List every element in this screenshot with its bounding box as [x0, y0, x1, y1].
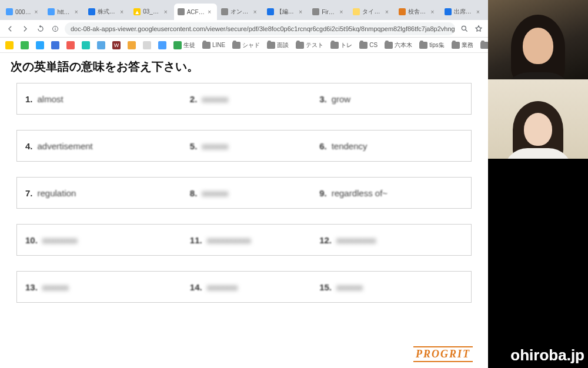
browser-tab[interactable]: 000229× — [2, 4, 44, 20]
bookmark-item[interactable]: テスト — [294, 40, 325, 51]
word-cell: 6.tendency — [319, 141, 477, 151]
bookmark-label: 業務 — [462, 41, 473, 49]
browser-tab[interactable]: ACFrOg× — [174, 4, 217, 20]
folder-icon — [202, 42, 211, 49]
participant-video-2[interactable] — [488, 79, 588, 159]
forward-button[interactable] — [20, 24, 31, 34]
bookmark-item[interactable]: シャド — [230, 40, 262, 51]
item-word: regulation — [38, 188, 76, 198]
close-icon[interactable]: × — [476, 9, 482, 15]
video-panel — [488, 0, 588, 159]
bookmark-item[interactable] — [141, 40, 153, 51]
close-icon[interactable]: × — [385, 9, 391, 15]
item-number: 3. — [319, 94, 327, 104]
bookmark-item[interactable]: W — [111, 40, 122, 51]
bookmark-item[interactable] — [65, 40, 76, 51]
star-icon[interactable] — [474, 24, 483, 34]
browser-tab[interactable]: FirstAs× — [309, 4, 349, 20]
browser-tab[interactable]: 校舎一覧× — [395, 4, 440, 20]
word-row: 13.xxxxxx14.xxxxxxx15.xxxxxx — [16, 271, 472, 303]
tab-favicon — [312, 8, 319, 15]
word-cell: 7.regulation — [25, 188, 183, 198]
url-field[interactable]: doc-08-ak-apps-viewer.googleusercontent.… — [65, 22, 455, 35]
item-word: xxxxxx — [202, 188, 228, 198]
tab-label: 03_オン — [143, 8, 161, 16]
tab-label: ACFrOg — [187, 9, 205, 15]
participant-video-1[interactable] — [488, 0, 588, 79]
item-word: xxxxxx — [336, 282, 363, 292]
close-icon[interactable]: × — [75, 9, 81, 15]
item-number: 2. — [190, 94, 198, 104]
item-number: 5. — [190, 141, 198, 151]
item-word: xxxxxx — [202, 141, 228, 151]
browser-chrome: 000229×https://×株式会社×▲03_オン×ACFrOg×オンライ×… — [0, 0, 488, 53]
tab-label: 000229 — [15, 9, 32, 15]
close-icon[interactable]: × — [431, 9, 437, 15]
close-icon[interactable]: × — [164, 9, 170, 15]
close-icon[interactable]: × — [120, 9, 126, 15]
bookmark-item[interactable]: 六本木 — [383, 40, 414, 51]
doc-title: 次の英単語の意味をお答え下さい。 — [11, 59, 488, 75]
tab-favicon — [221, 8, 228, 15]
bookmark-item[interactable]: tips集 — [417, 40, 446, 51]
item-number: 13. — [25, 282, 38, 292]
bookmark-label: トレ — [340, 41, 352, 49]
close-icon[interactable]: × — [34, 9, 40, 15]
browser-tab[interactable]: https://× — [44, 4, 83, 20]
word-cell: 9.regardless of~ — [319, 188, 477, 198]
bookmark-item[interactable] — [19, 40, 31, 51]
browser-tab[interactable]: 出席済み× — [441, 4, 486, 20]
bookmark-item[interactable]: LINE — [201, 41, 227, 50]
svg-point-3 — [462, 26, 466, 30]
folder-icon — [385, 42, 393, 49]
bookmark-item[interactable]: 生徒 — [172, 40, 197, 51]
tab-label: 【編集用 — [276, 8, 297, 16]
watermark: ohiroba.jp — [510, 346, 584, 364]
browser-tab[interactable]: タイマー× — [349, 4, 395, 20]
word-row: 7.regulation8.xxxxxx9.regardless of~ — [16, 177, 472, 209]
bookmark-label: 生徒 — [183, 41, 195, 49]
item-word: xxxxxxxx — [42, 235, 78, 245]
bookmark-item[interactable] — [4, 40, 15, 51]
tab-label: 株式会社 — [98, 8, 118, 16]
bookmark-item[interactable] — [34, 40, 46, 51]
browser-tab[interactable]: 株式会社× — [85, 4, 130, 20]
item-word: xxxxxx — [42, 282, 69, 292]
word-cell: 5.xxxxxx — [190, 141, 312, 151]
site-info-icon[interactable] — [51, 24, 60, 34]
close-icon[interactable]: × — [299, 9, 305, 15]
folder-icon — [330, 42, 339, 49]
close-icon[interactable]: × — [208, 9, 213, 15]
item-word: xxxxxxxxxx — [207, 235, 251, 245]
bookmark-item[interactable] — [95, 40, 107, 51]
zoom-icon[interactable] — [460, 24, 469, 34]
browser-tab[interactable]: ▲03_オン× — [130, 4, 173, 20]
bookmark-item[interactable]: 業務 — [450, 40, 475, 51]
back-button[interactable] — [5, 24, 15, 34]
reload-button[interactable] — [35, 24, 46, 34]
item-number: 1. — [25, 94, 33, 104]
bookmark-item[interactable]: 面談 — [265, 40, 290, 51]
word-row: 1.almost2.xxxxxx3.grow — [16, 83, 472, 115]
item-word: tendency — [332, 141, 368, 151]
close-icon[interactable]: × — [253, 9, 259, 15]
word-cell: 2.xxxxxx — [190, 94, 312, 104]
word-cell: 15.xxxxxx — [319, 282, 477, 292]
close-icon[interactable]: × — [339, 9, 345, 15]
bookmark-item[interactable]: CS — [358, 41, 379, 50]
item-number: 14. — [190, 282, 202, 292]
bookmark-item[interactable] — [80, 40, 92, 51]
bookmark-item[interactable] — [156, 40, 168, 51]
bookmark-item[interactable]: 新宿 — [479, 40, 488, 51]
browser-tab[interactable]: オンライ× — [218, 4, 263, 20]
bookmark-label: 六本木 — [395, 41, 412, 49]
tab-favicon — [88, 8, 95, 15]
progrit-logo: PROGRIT — [413, 346, 473, 362]
tab-label: https:// — [57, 9, 72, 15]
bookmark-item[interactable] — [126, 40, 138, 51]
bookmark-item[interactable] — [49, 40, 61, 51]
tab-label: 出席済み — [454, 8, 475, 16]
bookmark-item[interactable]: トレ — [329, 40, 354, 51]
browser-tab[interactable]: 【編集用× — [263, 4, 309, 20]
word-cell: 10.xxxxxxxx — [25, 235, 183, 245]
